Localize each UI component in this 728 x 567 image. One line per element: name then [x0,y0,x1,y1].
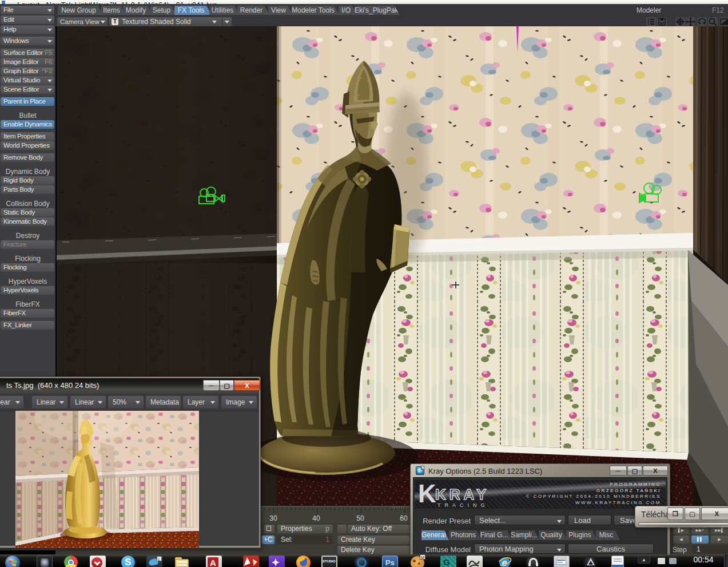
svg-text:30: 30 [269,514,277,522]
svg-text:40: 40 [312,514,320,522]
svg-text:60: 60 [400,514,408,522]
svg-text:50: 50 [356,514,364,522]
